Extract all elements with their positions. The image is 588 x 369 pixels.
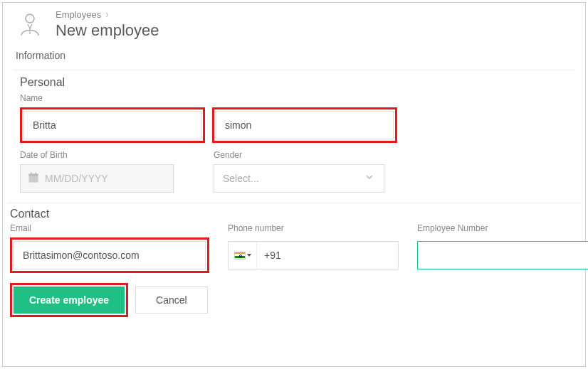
breadcrumb-employees[interactable]: Employees [56,9,101,20]
first-name-input[interactable] [23,111,201,139]
row-dob-gender: Date of Birth MM/DD/YYYY Gender Select..… [3,146,585,196]
highlight-box [212,107,397,143]
page-title: New employee [56,21,159,40]
form-footer: Create employee Cancel [3,276,585,317]
label-name: Name [20,93,397,103]
svg-rect-3 [29,173,38,176]
caret-down-icon [247,254,251,257]
flag-india-icon [234,252,246,260]
row-name: Name [3,89,585,146]
last-name-input[interactable] [216,111,394,139]
label-email: Email [10,223,209,233]
page-header: Employees › New employee [3,3,585,40]
phone-input[interactable] [257,242,398,269]
highlight-box [10,237,209,273]
phone-group [228,241,399,269]
create-employee-button[interactable]: Create employee [14,287,125,314]
gender-select-display: Select... [214,164,384,193]
dob-input[interactable]: MM/DD/YYYY [20,164,174,193]
country-flag-select[interactable] [229,242,257,269]
row-contact: Email Phone number Employee Number [3,220,585,276]
employee-avatar-icon [16,10,44,38]
employee-number-input[interactable] [417,241,588,269]
breadcrumb: Employees › [56,9,159,20]
cancel-button[interactable]: Cancel [135,287,208,314]
page-container: Employees › New employee Information Per… [2,2,586,367]
label-phone: Phone number [228,223,399,233]
highlight-box: Create employee [10,283,128,317]
section-heading-personal: Personal [3,70,585,89]
svg-point-0 [26,14,34,23]
chevron-right-icon: › [105,9,109,20]
label-gender: Gender [214,150,384,160]
highlight-box [20,107,205,143]
email-input[interactable] [14,241,206,269]
tab-bar: Information [3,40,585,68]
label-empnum: Employee Number [417,223,588,233]
tab-information[interactable]: Information [16,50,65,65]
dob-placeholder: MM/DD/YYYY [45,173,108,184]
gender-select[interactable]: Select... [214,164,384,193]
svg-rect-4 [31,172,32,174]
calendar-icon [28,172,39,186]
svg-rect-5 [36,172,37,174]
section-heading-contact: Contact [3,203,585,220]
label-dob: Date of Birth [20,150,174,160]
